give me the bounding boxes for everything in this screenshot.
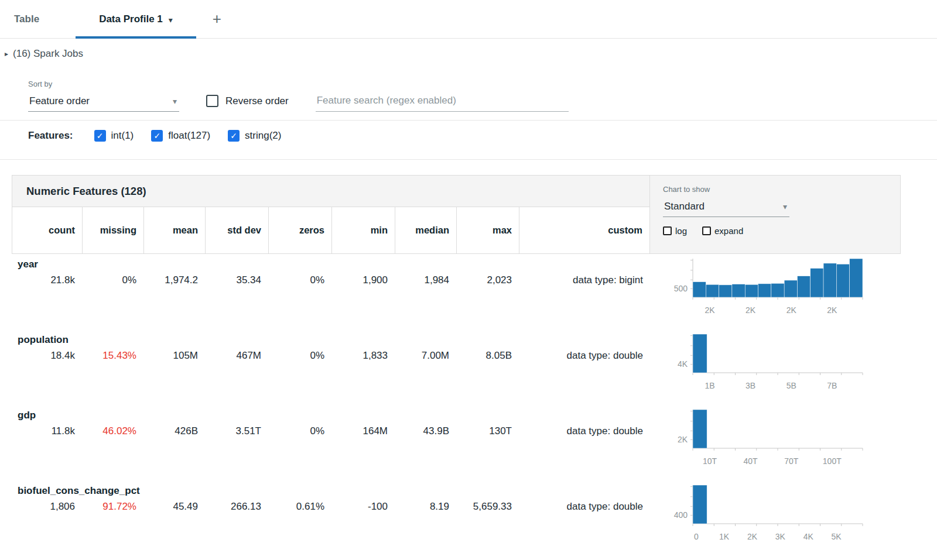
value-mean: 105M (143, 350, 205, 362)
chevron-down-icon: ▾ (173, 97, 177, 106)
value-zeros: 0% (268, 350, 331, 362)
value-max: 2,023 (456, 274, 519, 286)
svg-text:2K: 2K (827, 305, 837, 315)
checkbox-checked-icon: ✓ (151, 130, 163, 142)
divider (0, 159, 937, 160)
value-median: 7.00M (395, 350, 456, 362)
chart-type-select[interactable]: Standard ▾ (663, 198, 789, 217)
col-mean: mean (144, 207, 206, 253)
svg-text:4K: 4K (678, 359, 688, 369)
col-count: count (12, 207, 83, 253)
col-std-dev: std dev (206, 207, 269, 253)
feature-row-gdp: gdp 11.8k 46.02% 426B 3.51T 0% 164M 43.9… (12, 405, 901, 480)
feature-search-group (316, 92, 569, 112)
tab-data-profile[interactable]: Data Profile 1 ▾ (76, 0, 196, 38)
value-custom: data type: double (519, 425, 650, 437)
svg-text:2K: 2K (678, 435, 688, 444)
col-max: max (457, 207, 519, 253)
sort-by-group: Sort by Feature order ▾ (28, 80, 179, 112)
histogram-chart: 2K10T40T70T100T (665, 406, 867, 468)
chevron-down-icon: ▾ (169, 15, 173, 25)
svg-text:1K: 1K (719, 532, 730, 541)
chart-type-value: Standard (664, 201, 705, 212)
feature-values: 18.4k 15.43% 105M 467M 0% 1,833 7.00M 8.… (12, 350, 650, 362)
checkbox-unchecked-icon (702, 226, 711, 235)
histogram-chart: 40001K2K3K4K5K (665, 482, 867, 543)
spark-jobs-toggle[interactable]: ▸ (16) Spark Jobs (0, 39, 937, 60)
checkbox-unchecked-icon (663, 226, 672, 235)
value-max: 8.05B (456, 350, 519, 362)
svg-text:5B: 5B (786, 381, 796, 390)
value-mean: 1,974.2 (143, 274, 205, 286)
svg-text:100T: 100T (823, 456, 842, 466)
feature-values: 21.8k 0% 1,974.2 35.34 0% 1,900 1,984 2,… (12, 274, 650, 286)
value-std-dev: 35.34 (205, 274, 268, 286)
value-missing: 0% (82, 274, 143, 286)
table-title-text: Numeric Features (128) (26, 185, 146, 198)
filter-int-checkbox[interactable]: ✓ int(1) (94, 130, 134, 142)
value-mean: 45.49 (143, 501, 205, 513)
col-zeros: zeros (269, 207, 332, 253)
value-min: 1,900 (331, 274, 395, 286)
log-checkbox[interactable]: log (663, 226, 687, 236)
expand-checkbox[interactable]: expand (702, 226, 743, 236)
value-count: 1,806 (12, 501, 82, 513)
profile-controls: Sort by Feature order ▾ Reverse order (28, 80, 937, 112)
add-tab-button[interactable]: + (213, 0, 221, 38)
features-label: Features: (28, 130, 73, 142)
sort-by-value: Feature order (29, 95, 90, 107)
col-median: median (395, 207, 457, 253)
feature-values: 1,806 91.72% 45.49 266.13 0.61% -100 8.1… (12, 501, 650, 513)
svg-text:2K: 2K (747, 532, 758, 541)
checkbox-checked-icon: ✓ (94, 130, 106, 142)
svg-text:400: 400 (674, 510, 688, 520)
svg-text:10T: 10T (703, 456, 717, 466)
filter-string-label: string(2) (245, 130, 281, 142)
svg-text:70T: 70T (784, 456, 799, 466)
value-zeros: 0% (268, 274, 331, 286)
checkbox-unchecked-icon (206, 95, 218, 107)
value-missing: 15.43% (82, 350, 143, 362)
value-median: 43.9B (395, 425, 456, 437)
feature-search-input[interactable] (316, 92, 569, 112)
filter-string-checkbox[interactable]: ✓ string(2) (228, 130, 281, 142)
value-std-dev: 3.51T (205, 425, 268, 437)
chevron-down-icon: ▾ (783, 202, 787, 211)
col-custom: custom (519, 207, 649, 253)
chart-panel: Chart to show Standard ▾ log expand (649, 176, 900, 253)
feature-row-biofuel-cons-change-pct: biofuel_cons_change_pct 1,806 91.72% 45.… (12, 480, 901, 556)
svg-text:2K: 2K (705, 305, 715, 315)
feature-row-population: population 18.4k 15.43% 105M 467M 0% 1,8… (12, 329, 901, 405)
value-custom: data type: double (519, 501, 650, 513)
table-title: Numeric Features (128) (12, 176, 649, 207)
svg-text:3B: 3B (746, 381, 755, 390)
value-min: 1,833 (331, 350, 395, 362)
value-missing: 91.72% (82, 501, 143, 513)
feature-row-year: year 21.8k 0% 1,974.2 35.34 0% 1,900 1,9… (12, 254, 901, 329)
tab-data-profile-label: Data Profile 1 (99, 13, 163, 25)
svg-text:7B: 7B (827, 381, 837, 390)
value-min: -100 (331, 501, 395, 513)
value-count: 11.8k (12, 425, 82, 437)
sort-by-select[interactable]: Feature order ▾ (28, 93, 179, 112)
feature-values: 11.8k 46.02% 426B 3.51T 0% 164M 43.9B 13… (12, 425, 650, 437)
value-custom: data type: bigint (519, 274, 650, 286)
log-label: log (675, 226, 687, 236)
value-median: 8.19 (395, 501, 456, 513)
table-header: Numeric Features (128) count missing mea… (12, 175, 901, 254)
value-count: 18.4k (12, 350, 82, 362)
col-min: min (332, 207, 395, 253)
value-zeros: 0% (268, 425, 331, 437)
sort-by-label: Sort by (28, 80, 179, 88)
tab-table[interactable]: Table (14, 0, 39, 38)
reverse-order-checkbox[interactable]: Reverse order (206, 95, 289, 112)
feature-filters: Features: ✓ int(1) ✓ float(127) ✓ string… (0, 121, 937, 151)
value-mean: 426B (143, 425, 205, 437)
filter-float-label: float(127) (168, 130, 210, 142)
value-max: 5,659.33 (456, 501, 519, 513)
chart-options: log expand (663, 226, 900, 236)
value-min: 164M (331, 425, 395, 437)
svg-text:1B: 1B (705, 381, 714, 390)
value-median: 1,984 (395, 274, 456, 286)
filter-float-checkbox[interactable]: ✓ float(127) (151, 130, 210, 142)
